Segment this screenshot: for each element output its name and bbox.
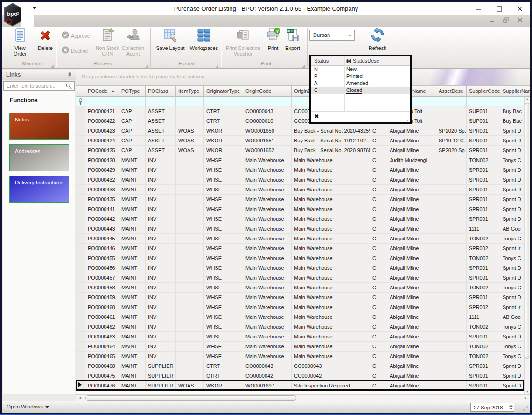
- cell-itemtype[interactable]: [176, 155, 204, 165]
- format-dialog-launcher-icon[interactable]: [216, 62, 218, 68]
- cell-potype[interactable]: MAINT: [119, 195, 146, 204]
- cell-origincode[interactable]: Main Warehouse: [243, 253, 292, 263]
- popup-resize-grip[interactable]: [405, 116, 409, 121]
- cell-poclass[interactable]: INV: [146, 224, 176, 233]
- cell-origincode[interactable]: WO0001651: [243, 136, 292, 145]
- cell-potype[interactable]: MAINT: [119, 263, 146, 273]
- scroll-down-icon[interactable]: ▼: [525, 389, 530, 394]
- auto-filter-row[interactable]: [76, 97, 524, 106]
- cell-pocode[interactable]: PO0000459: [85, 293, 119, 302]
- cell-assetdesc[interactable]: [436, 263, 467, 273]
- ribbon-tab[interactable]: [143, 15, 155, 27]
- ribbon-tab[interactable]: [46, 15, 58, 27]
- cell-origindesc[interactable]: Main Warehouse: [292, 293, 370, 302]
- cell-suppliername[interactable]: Tonys C: [500, 234, 524, 243]
- cell-origincode[interactable]: Main Warehouse: [243, 165, 292, 175]
- cell-assetdesc[interactable]: [436, 195, 467, 204]
- column-header-origincode[interactable]: OriginCode: [243, 86, 292, 96]
- cell-pocode[interactable]: PO0000464: [85, 342, 119, 351]
- cell-assetdesc[interactable]: [436, 342, 467, 351]
- cell-assetdesc[interactable]: SP2020 Sp...: [436, 146, 467, 155]
- cell-assetdesc[interactable]: [436, 283, 467, 292]
- cell-pocode[interactable]: PO0000465: [85, 352, 119, 361]
- cell-origincode[interactable]: Main Warehouse: [243, 224, 292, 233]
- cell-originatortype[interactable]: CTRT: [204, 106, 243, 116]
- group-by-panel[interactable]: Drag a column header here to group by th…: [76, 69, 530, 86]
- resize-grip[interactable]: [522, 405, 528, 411]
- function-link-addresses[interactable]: Addresses: [9, 144, 69, 171]
- cell-origincode[interactable]: Main Warehouse: [243, 234, 292, 243]
- pin-icon[interactable]: [67, 72, 72, 78]
- cell-itemtype[interactable]: [176, 116, 204, 126]
- cell-origindesc[interactable]: Main Warehouse: [292, 185, 370, 194]
- cell-assetdesc[interactable]: [436, 116, 467, 126]
- cell-poclass[interactable]: ASSET: [146, 136, 176, 145]
- cell-origindesc[interactable]: Main Warehouse: [292, 302, 370, 312]
- cell-origincode[interactable]: Main Warehouse: [243, 204, 292, 214]
- cell-itemtype[interactable]: [176, 253, 204, 263]
- table-row[interactable]: PO0000457 MAINT INV WHSE Main Warehouse …: [76, 273, 524, 283]
- cell-poclass[interactable]: INV: [146, 244, 176, 253]
- cell-assetdesc[interactable]: [436, 224, 467, 233]
- print-button[interactable]: ? Print: [264, 28, 282, 51]
- cell-itemtype[interactable]: [176, 175, 204, 184]
- cell-suppliername[interactable]: Buy Bac: [500, 116, 524, 126]
- table-row[interactable]: PO0000456 MAINT INV WHSE Main Warehouse …: [76, 263, 524, 273]
- popup-column-status[interactable]: Status: [311, 56, 344, 65]
- table-row[interactable]: PO0000429 MAINT INV WHSE Main Warehouse …: [76, 165, 524, 175]
- cell-origincode[interactable]: CO0000010: [243, 116, 292, 126]
- cell-originatorname[interactable]: Abigail Milne: [387, 175, 436, 184]
- cell-origindesc[interactable]: Main Warehouse: [292, 283, 370, 292]
- cell-potype[interactable]: MAINT: [119, 352, 146, 361]
- cell-originatorname[interactable]: Abigail Milne: [387, 224, 436, 233]
- cell-potype[interactable]: CAP: [119, 106, 146, 116]
- cell-potype[interactable]: MAINT: [119, 155, 146, 165]
- cell-suppliercode[interactable]: SPR002: [467, 302, 500, 312]
- cell-poclass[interactable]: SUPPLIER: [146, 381, 176, 390]
- cell-status[interactable]: C: [370, 352, 387, 361]
- cell-pocode[interactable]: PO0000455: [85, 253, 119, 263]
- cell-status[interactable]: C: [370, 126, 387, 135]
- site-combobox[interactable]: Durban: [309, 30, 355, 41]
- cell-potype[interactable]: MAINT: [119, 214, 146, 224]
- cell-suppliercode[interactable]: SPR001: [467, 371, 500, 380]
- cell-status[interactable]: C: [370, 312, 387, 322]
- cell-assetdesc[interactable]: [436, 204, 467, 214]
- cell-status[interactable]: C: [370, 302, 387, 312]
- filter-cell[interactable]: [436, 97, 467, 106]
- status-option-row[interactable]: A Amended: [311, 80, 410, 87]
- cell-poclass[interactable]: ASSET: [146, 116, 176, 126]
- cell-originatorname[interactable]: Abigail Milne: [387, 352, 436, 361]
- cell-origincode[interactable]: Main Warehouse: [243, 352, 292, 361]
- cell-suppliercode[interactable]: TON002: [467, 253, 500, 263]
- table-row[interactable]: PO0000442 MAINT INV WHSE Main Warehouse …: [76, 214, 524, 224]
- cell-originatorname[interactable]: Abigail Milne: [387, 361, 436, 371]
- cell-suppliercode[interactable]: TON002: [467, 322, 500, 331]
- ribbon-tab[interactable]: [107, 15, 119, 27]
- cell-status[interactable]: C: [370, 214, 387, 224]
- cell-assetdesc[interactable]: [436, 234, 467, 243]
- cell-poclass[interactable]: INV: [146, 283, 176, 292]
- approve-button[interactable]: Approve: [62, 31, 90, 41]
- cell-poclass[interactable]: INV: [146, 322, 176, 331]
- cell-pocode[interactable]: PO0000425: [85, 146, 119, 155]
- cell-suppliername[interactable]: Sprint D: [500, 165, 524, 175]
- cell-suppliercode[interactable]: SUP001: [467, 106, 500, 116]
- cell-suppliercode[interactable]: SPR002: [467, 244, 500, 253]
- cell-origincode[interactable]: Main Warehouse: [243, 273, 292, 282]
- cell-pocode[interactable]: PO0000433: [85, 185, 119, 194]
- cell-suppliername[interactable]: AB Goo: [500, 224, 524, 233]
- cell-suppliercode[interactable]: 1111: [467, 224, 500, 233]
- cell-potype[interactable]: MAINT: [119, 234, 146, 243]
- cell-suppliername[interactable]: Tonys C: [500, 283, 524, 292]
- cell-originatorname[interactable]: Abigail Milne: [387, 322, 436, 331]
- scroll-up-icon[interactable]: ▲: [525, 97, 530, 102]
- cell-pocode[interactable]: PO0000457: [85, 273, 119, 282]
- cell-pocode[interactable]: PO0000445: [85, 234, 119, 243]
- cell-originatortype[interactable]: WHSE: [204, 185, 243, 194]
- cell-origindesc[interactable]: CO0000043: [292, 361, 370, 371]
- cell-originatorname[interactable]: Abigail Milne: [387, 342, 436, 351]
- cell-origindesc[interactable]: Main Warehouse: [292, 342, 370, 351]
- cell-suppliercode[interactable]: SPR001: [467, 195, 500, 204]
- cell-suppliername[interactable]: Sprint D: [500, 204, 524, 214]
